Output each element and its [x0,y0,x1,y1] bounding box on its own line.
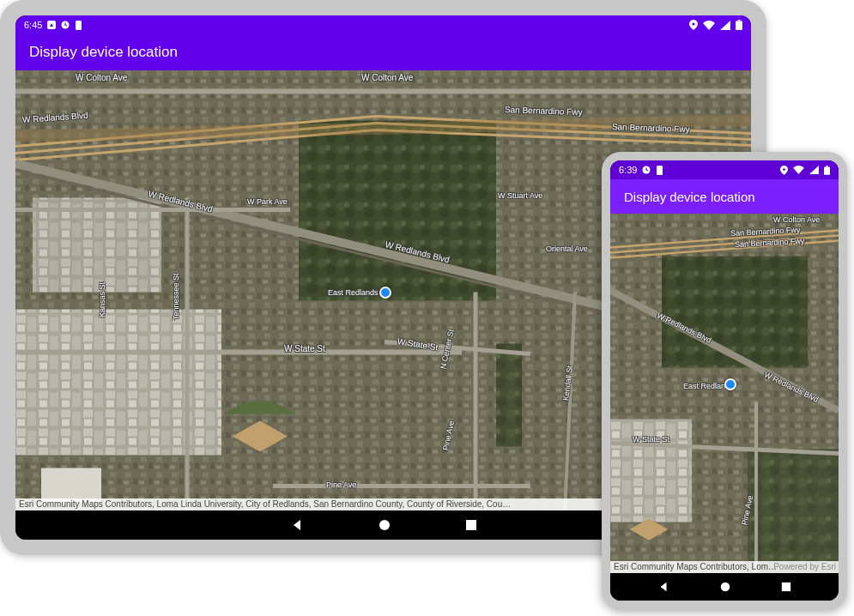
cell-signal-icon [809,166,819,174]
wifi-icon [703,21,715,30]
tablet-app-bar: Display device location [15,34,751,70]
nav-back-button[interactable] [657,581,669,593]
svg-rect-37 [782,583,790,591]
status-time: 6:39 [619,165,637,175]
phone-status-bar: 6:39 [610,160,839,179]
svg-point-29 [783,168,785,171]
phone-nav-bar [610,573,839,601]
nav-recents-button[interactable] [781,582,791,592]
svg-rect-5 [736,21,742,31]
svg-point-25 [379,520,390,530]
attribution-text: Esri Community Maps Contributors, Loma L… [19,499,511,509]
phone-map-view[interactable]: W Colton Ave San Bernardino Fwy San Bern… [610,214,839,573]
location-pin-icon [780,166,788,175]
tablet-status-bar: 6:45 [15,15,751,34]
attribution-text: Esri Community Maps Contributors, Lom… [614,562,777,571]
status-time: 6:45 [24,20,42,30]
svg-rect-2 [76,21,82,30]
battery-icon [824,166,830,175]
status-icon-badge [75,21,82,30]
app-title: Display device location [624,190,755,204]
location-pin-icon [689,20,698,30]
svg-rect-30 [826,166,828,166]
phone-device-frame: 6:39 Di [602,152,847,609]
status-icon-clock [642,166,651,174]
svg-rect-33 [662,257,808,368]
svg-rect-34 [610,420,692,522]
status-icon-clock [61,21,70,29]
phone-screen: 6:39 Di [610,160,839,601]
satellite-basemap [610,214,839,573]
svg-rect-28 [657,166,663,175]
svg-rect-4 [738,20,741,21]
svg-rect-31 [824,166,830,174]
device-location-marker [379,287,391,299]
svg-rect-21 [41,468,101,503]
cell-signal-icon [720,21,730,30]
status-icon-badge [656,166,663,175]
app-title: Display device location [29,44,178,61]
wifi-icon [793,166,804,174]
svg-rect-26 [466,520,476,530]
phone-app-bar: Display device location [610,179,839,214]
svg-point-3 [692,22,694,25]
svg-rect-35 [748,450,839,574]
svg-rect-19 [15,310,221,456]
device-location-marker [724,378,736,390]
nav-back-button[interactable] [290,518,304,532]
nav-recents-button[interactable] [465,519,477,531]
battery-icon [736,20,742,30]
status-icon-a [47,21,56,29]
nav-home-button[interactable] [378,518,391,532]
svg-point-36 [721,583,730,592]
powered-by: Powered by Esri [773,561,836,573]
nav-home-button[interactable] [719,581,731,593]
map-attribution: Esri Community Maps Contributors, Lom… P… [610,561,839,573]
